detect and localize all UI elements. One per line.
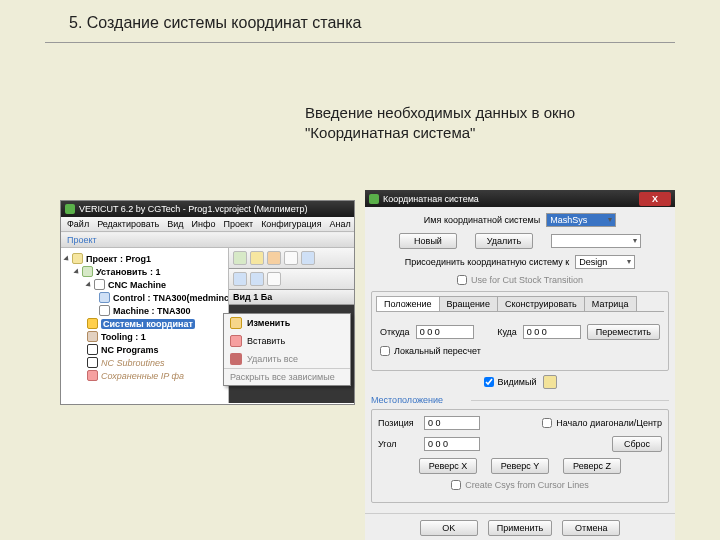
checkbox-reverse-mode[interactable]: Начало диагонали/Центр xyxy=(542,418,662,428)
menu-project[interactable]: Проект xyxy=(223,219,253,229)
color-swatch[interactable] xyxy=(543,375,557,389)
tab-rotation[interactable]: Вращение xyxy=(439,296,498,311)
tab-construct[interactable]: Сконструировать xyxy=(497,296,585,311)
menu-analysis[interactable]: Анал xyxy=(330,219,351,229)
tool-icon[interactable] xyxy=(250,272,264,286)
saved-icon xyxy=(87,370,98,381)
machine-icon xyxy=(99,305,110,316)
section-location: Местоположение xyxy=(371,395,669,405)
close-button[interactable]: X xyxy=(639,192,671,206)
reverse-z-button[interactable]: Реверс Z xyxy=(563,458,621,474)
tab-position[interactable]: Положение xyxy=(376,296,440,311)
tabs: Положение Вращение Сконструировать Матри… xyxy=(376,296,664,312)
ctx-edit[interactable]: Изменить xyxy=(224,314,350,332)
label-to: Куда xyxy=(497,327,517,337)
slide-subtitle: Введение необходимых данных в окно "Коор… xyxy=(305,103,675,142)
checkbox-create-csys-cursor[interactable]: Create Csys from Cursor Lines xyxy=(451,480,589,490)
tool-icon[interactable] xyxy=(301,251,315,265)
go-button[interactable]: Переместить xyxy=(587,324,660,340)
dialog-coordinate-system: Координатная система X Имя координатной … xyxy=(365,190,675,524)
menu-config[interactable]: Конфигурация xyxy=(261,219,321,229)
expand-icon[interactable] xyxy=(73,268,80,275)
tooling-icon xyxy=(87,331,98,342)
machine-icon xyxy=(94,279,105,290)
reset-button[interactable]: Сброс xyxy=(612,436,662,452)
reverse-y-button[interactable]: Реверс Y xyxy=(491,458,549,474)
view-toolbar-1 xyxy=(229,248,354,269)
project-icon xyxy=(72,253,83,264)
context-menu: Изменить Вставить Удалить все Раскрыть в… xyxy=(223,313,351,386)
checkbox-cut-stock-transition[interactable]: Use for Cut Stock Transition xyxy=(457,275,583,285)
divider xyxy=(45,42,675,43)
dropdown-extra[interactable] xyxy=(551,234,641,248)
tool-icon[interactable] xyxy=(233,251,247,265)
delete-button[interactable]: Удалить xyxy=(475,233,533,249)
tree-control[interactable]: Control : TNA300(medmincnc) xyxy=(113,293,229,303)
tool-icon[interactable] xyxy=(233,272,247,286)
ncsub-icon xyxy=(87,357,98,368)
view-toolbar-2 xyxy=(229,269,354,290)
screenshot-vericut: VERICUT 6.2 by CGTech - Prog1.vcproject … xyxy=(60,200,355,405)
input-from[interactable]: 0 0 0 xyxy=(416,325,474,339)
ctx-delete-all[interactable]: Удалить все xyxy=(224,350,350,368)
checkbox-relative[interactable]: Локальный пересчет xyxy=(380,346,481,356)
new-button[interactable]: Новый xyxy=(399,233,457,249)
tree-tooling[interactable]: Tooling : 1 xyxy=(101,332,146,342)
tool-icon[interactable] xyxy=(250,251,264,265)
menu-info[interactable]: Инфо xyxy=(192,219,216,229)
input-position[interactable]: 0 0 xyxy=(424,416,480,430)
csys-icon xyxy=(87,318,98,329)
expand-icon[interactable] xyxy=(63,255,70,262)
ctx-expand-deps[interactable]: Раскрыть все зависимые xyxy=(224,368,350,385)
app-icon xyxy=(369,194,379,204)
tool-icon[interactable] xyxy=(284,251,298,265)
input-angle[interactable]: 0 0 0 xyxy=(424,437,480,451)
label-angle: Угол xyxy=(378,439,418,449)
tool-icon[interactable] xyxy=(267,251,281,265)
cancel-button[interactable]: Отмена xyxy=(562,520,620,536)
tree-ncprograms[interactable]: NC Programs xyxy=(101,345,159,355)
label-attach-to: Присоединить координатную систему к xyxy=(405,257,570,267)
dialog-footer: OK Применить Отмена xyxy=(365,513,675,540)
apply-button[interactable]: Применить xyxy=(488,520,553,536)
expand-icon[interactable] xyxy=(85,281,92,288)
tree-saved[interactable]: Сохраненные IP фа xyxy=(101,371,184,381)
menu-view[interactable]: Вид xyxy=(167,219,183,229)
checkbox-visible[interactable]: Видимый xyxy=(484,377,537,387)
label-from: Откуда xyxy=(380,327,410,337)
tool-icon[interactable] xyxy=(267,272,281,286)
control-icon xyxy=(99,292,110,303)
view-tab[interactable]: Вид 1 Ба xyxy=(229,290,354,305)
tree-ncsub[interactable]: NC Subroutines xyxy=(101,358,165,368)
slide-title: 5. Создание системы координат станка xyxy=(45,10,675,42)
menu-file[interactable]: Файл xyxy=(67,219,89,229)
tree-cnc[interactable]: CNC Machine xyxy=(108,280,166,290)
menubar: Файл Редактировать Вид Инфо Проект Конфи… xyxy=(61,217,354,232)
edit-icon xyxy=(230,317,242,329)
dropdown-csname[interactable]: MashSys xyxy=(546,213,616,227)
ctx-insert[interactable]: Вставить xyxy=(224,332,350,350)
titlebar: VERICUT 6.2 by CGTech - Prog1.vcproject … xyxy=(61,201,354,217)
insert-icon xyxy=(230,335,242,347)
project-tree[interactable]: Проект : Prog1 Установить : 1 CNC Machin… xyxy=(61,248,229,403)
dialog-title: Координатная система xyxy=(383,194,479,204)
ok-button[interactable]: OK xyxy=(420,520,478,536)
label-position: Позиция xyxy=(378,418,418,428)
tree-setup[interactable]: Установить : 1 xyxy=(96,267,160,277)
dialog-titlebar: Координатная система X xyxy=(365,190,675,207)
panel-header-project: Проект xyxy=(61,232,354,248)
setup-icon xyxy=(82,266,93,277)
app-icon xyxy=(65,204,75,214)
tree-project[interactable]: Проект : Prog1 xyxy=(86,254,151,264)
input-to[interactable]: 0 0 0 xyxy=(523,325,581,339)
dropdown-attach-to[interactable]: Design xyxy=(575,255,635,269)
reverse-x-button[interactable]: Реверс X xyxy=(419,458,477,474)
tree-csys-selected[interactable]: Системы координат xyxy=(101,319,195,329)
app-title: VERICUT 6.2 by CGTech - Prog1.vcproject … xyxy=(79,204,307,214)
tree-machine[interactable]: Machine : TNA300 xyxy=(113,306,191,316)
tab-matrix[interactable]: Матрица xyxy=(584,296,637,311)
menu-edit[interactable]: Редактировать xyxy=(97,219,159,229)
label-csname: Имя координатной системы xyxy=(424,215,540,225)
delete-icon xyxy=(230,353,242,365)
ncprograms-icon xyxy=(87,344,98,355)
